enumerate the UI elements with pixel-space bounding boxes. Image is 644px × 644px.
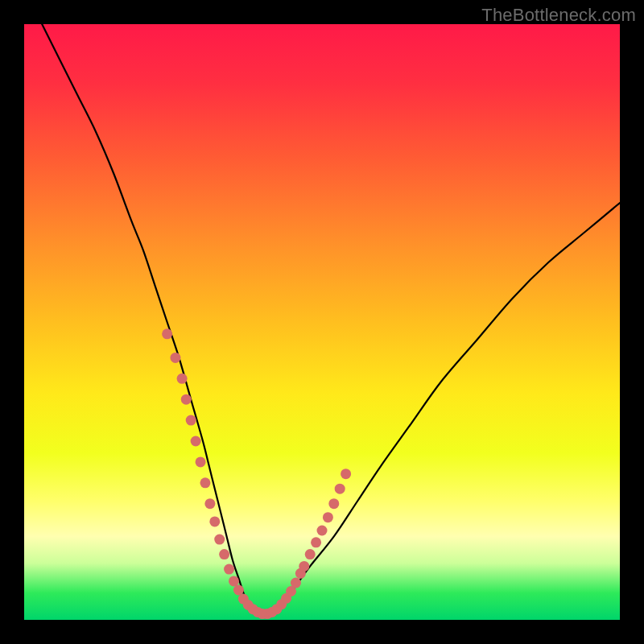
marker-dot <box>162 328 172 339</box>
marker-dot <box>186 415 196 426</box>
plot-area <box>24 24 620 620</box>
marker-dot <box>317 526 328 536</box>
marker-dot <box>335 484 345 494</box>
marker-dot <box>170 353 180 363</box>
marker-dot <box>200 477 210 488</box>
highlight-dots <box>162 328 351 619</box>
marker-dot <box>196 456 206 467</box>
marker-dot <box>341 469 351 479</box>
marker-dot <box>229 576 239 586</box>
marker-dot <box>219 549 229 559</box>
marker-dot <box>291 578 301 588</box>
marker-dot <box>305 549 316 559</box>
marker-dot <box>311 537 321 547</box>
watermark-text: TheBottleneck.com <box>481 5 636 26</box>
marker-dot <box>299 561 309 572</box>
marker-dot <box>323 512 333 522</box>
marker-dot <box>209 516 220 526</box>
marker-dot <box>214 535 225 545</box>
marker-dot <box>181 394 192 405</box>
bottleneck-curve <box>42 24 620 615</box>
chart-svg <box>24 24 620 620</box>
marker-dot <box>191 436 201 447</box>
marker-dot <box>224 564 234 575</box>
outer-frame: TheBottleneck.com <box>0 0 644 644</box>
marker-dot <box>204 498 215 509</box>
marker-dot <box>328 498 339 509</box>
marker-dot <box>177 374 188 384</box>
marker-dot <box>233 585 244 596</box>
